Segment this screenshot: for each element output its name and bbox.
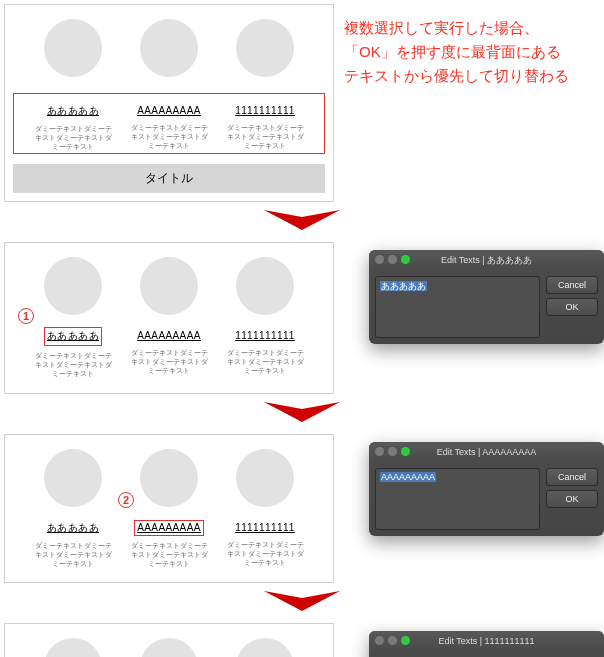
head-a: あああああ [45,103,101,119]
window-controls[interactable] [375,255,410,264]
head-a: あああああ [45,520,101,536]
head-b: AAAAAAAAA [135,329,203,342]
close-icon[interactable] [375,255,384,264]
thumb-circle [140,257,198,315]
thumb-circle [236,449,294,507]
mockup-step1: あああああ ダミーテキストダミーテキストダミーテキストダミーテキスト AAAAA… [4,242,334,393]
zoom-icon[interactable] [401,447,410,456]
dialog-step2: Edit Texts | AAAAAAAAA AAAAAAAAA Cancel … [369,442,604,536]
head-c: 1111111111 [233,329,297,342]
thumb-circle [236,257,294,315]
step-num-2: 2 [118,492,134,508]
col-c [226,19,304,87]
head-c: 1111111111 [233,104,297,117]
sub-a: ダミーテキストダミーテキストダミーテキストダミーテキスト [34,351,112,378]
mockup-step2: あああああ ダミーテキストダミーテキストダミーテキストダミーテキスト AAAAA… [4,434,334,583]
window-controls[interactable] [375,447,410,456]
dialog-title: Edit Texts | 1111111111 [438,636,534,646]
thumb-circle [140,19,198,77]
sub-c: ダミーテキストダミーテキストダミーテキストダミーテキスト [226,123,304,150]
window-controls[interactable] [375,636,410,645]
cancel-button[interactable]: Cancel [546,276,598,294]
thumb-circle [236,19,294,77]
sub-b: ダミーテキストダミーテキストダミーテキストダミーテキスト [130,541,208,568]
head-c: 1111111111 [233,521,297,534]
editor-selection: あああああ [380,281,427,291]
ok-button[interactable]: OK [546,490,598,508]
thumb-circle [44,638,102,657]
dialog-titlebar[interactable]: Edit Texts | 1111111111 [369,631,604,651]
cancel-button[interactable]: Cancel [546,468,598,486]
dialog-step1: Edit Texts | あああああ あああああ Cancel OK [369,250,604,344]
thumb-circle [140,449,198,507]
sub-b: ダミーテキストダミーテキストダミーテキストダミーテキスト [130,123,208,150]
mockup-top: あああああ ダミーテキストダミーテキストダミーテキストダミーテキスト AAAAA… [4,4,334,202]
sub-a: ダミーテキストダミーテキストダミーテキストダミーテキスト [34,124,112,151]
thumb-circle [236,638,294,657]
col-b [130,19,208,87]
down-arrow-icon [264,210,340,230]
note-text: 複数選択して実行した場合、 「OK」を押す度に最背面にある テキストから優先して… [338,0,575,88]
minimize-icon[interactable] [388,636,397,645]
zoom-icon[interactable] [401,255,410,264]
col-a [34,19,112,87]
sub-b: ダミーテキストダミーテキストダミーテキストダミーテキスト [130,348,208,375]
dialog-title: Edit Texts | AAAAAAAAA [437,447,537,457]
minimize-icon[interactable] [388,255,397,264]
head-a: あああああ [44,327,102,346]
sub-a: ダミーテキストダミーテキストダミーテキストダミーテキスト [34,541,112,568]
dialog-step3: Edit Texts | 1111111111 1111111111 Cance… [369,631,604,657]
down-arrow-icon [264,402,340,422]
thumb-circle [44,449,102,507]
zoom-icon[interactable] [401,636,410,645]
editor-selection: AAAAAAAAA [380,472,436,482]
down-arrow-icon [264,591,340,611]
dialog-titlebar[interactable]: Edit Texts | あああああ [369,250,604,270]
mockup-step3: あああああ ダミーテキストダミーテキストダミーテキストダミーテキスト AAAAA… [4,623,334,657]
title-bar: タイトル [13,164,325,193]
head-b: AAAAAAAAA [134,520,204,536]
editor-textarea[interactable]: AAAAAAAAA [375,468,540,530]
close-icon[interactable] [375,636,384,645]
dialog-titlebar[interactable]: Edit Texts | AAAAAAAAA [369,442,604,462]
editor-textarea[interactable]: あああああ [375,276,540,338]
ok-button[interactable]: OK [546,298,598,316]
minimize-icon[interactable] [388,447,397,456]
thumb-circle [44,257,102,315]
sub-c: ダミーテキストダミーテキストダミーテキストダミーテキスト [226,348,304,375]
head-b: AAAAAAAAA [135,104,203,117]
selection-all: あああああ ダミーテキストダミーテキストダミーテキストダミーテキスト AAAAA… [13,93,325,154]
thumb-circle [44,19,102,77]
thumb-circle [140,638,198,657]
sub-c: ダミーテキストダミーテキストダミーテキストダミーテキスト [226,540,304,567]
close-icon[interactable] [375,447,384,456]
dialog-title: Edit Texts | あああああ [441,255,532,265]
